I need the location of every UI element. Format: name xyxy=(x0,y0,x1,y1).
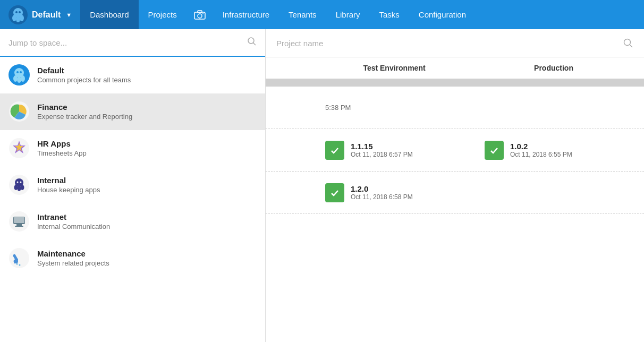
brand-name: Default xyxy=(32,10,61,20)
projects-table: Test Environment Production 5:38 PM xyxy=(266,57,644,342)
nav-projects[interactable]: Projects xyxy=(139,0,187,29)
space-item-intranet[interactable]: Intranet Internal Communication xyxy=(0,203,265,240)
top-navigation: Default ▼ Dashboard Projects Infrastruct… xyxy=(0,0,644,29)
svg-rect-9 xyxy=(198,11,202,13)
svg-point-3 xyxy=(16,16,20,22)
space-icon-finance xyxy=(9,101,30,122)
space-name-internal: Internal xyxy=(37,176,100,185)
space-desc-hr: Timesheets App xyxy=(37,149,87,157)
space-desc-internal: House keeping apps xyxy=(37,186,100,194)
main-area: Default Common projects for all teams xyxy=(0,29,644,342)
space-desc-default: Common projects for all teams xyxy=(37,76,131,84)
nav-tasks[interactable]: Tasks xyxy=(369,0,409,29)
table-row: 1.2.0 Oct 11, 2018 6:58 PM xyxy=(266,172,644,214)
test-version-cell-2: 1.2.0 Oct 11, 2018 6:58 PM xyxy=(315,183,474,202)
svg-line-44 xyxy=(630,45,632,47)
nav-library[interactable]: Library xyxy=(326,0,370,29)
nav-configuration[interactable]: Configuration xyxy=(409,0,476,29)
col-header-production: Production xyxy=(474,64,633,72)
prod-version-cell-1: 1.0.2 Oct 11, 2018 6:55 PM xyxy=(474,141,633,160)
space-item-maintenance[interactable]: Maintenance System related projects xyxy=(0,240,265,277)
space-icon-hr-apps xyxy=(9,138,30,159)
svg-point-2 xyxy=(12,15,16,21)
svg-point-18 xyxy=(16,71,19,73)
space-item-default[interactable]: Default Common projects for all teams xyxy=(0,57,265,93)
space-name-intranet: Intranet xyxy=(37,212,110,221)
space-list: Default Common projects for all teams xyxy=(0,57,265,342)
svg-point-27 xyxy=(14,185,18,190)
version-badge-prod-1 xyxy=(485,141,504,160)
octopus-logo-icon xyxy=(9,5,28,24)
svg-point-5 xyxy=(15,11,18,13)
svg-point-42 xyxy=(19,264,21,266)
version-num-prod-1: 1.0.2 xyxy=(510,142,572,151)
space-name-maintenance: Maintenance xyxy=(37,249,109,258)
space-icon-intranet xyxy=(9,211,30,232)
space-icon-maintenance xyxy=(9,247,30,269)
nav-infrastructure[interactable]: Infrastructure xyxy=(213,0,279,29)
version-num-test-2: 1.2.0 xyxy=(351,184,413,193)
svg-point-8 xyxy=(198,14,202,18)
svg-line-12 xyxy=(253,43,256,46)
space-search-box xyxy=(0,29,265,57)
svg-point-30 xyxy=(17,182,19,183)
col-header-project xyxy=(276,64,315,72)
svg-point-41 xyxy=(16,263,18,265)
project-search-icon xyxy=(623,38,633,48)
space-name-default: Default xyxy=(37,66,131,75)
svg-point-11 xyxy=(248,38,254,44)
test-version-cell-1: 1.1.15 Oct 11, 2018 6:57 PM xyxy=(315,141,474,160)
brand-dropdown-arrow: ▼ xyxy=(66,12,72,18)
svg-rect-36 xyxy=(14,217,24,223)
version-num-test-1: 1.1.15 xyxy=(351,142,413,151)
table-header: Test Environment Production xyxy=(266,57,644,80)
version-date-test-2: Oct 11, 2018 6:58 PM xyxy=(351,193,413,201)
space-name-finance: Finance xyxy=(37,102,132,112)
svg-rect-34 xyxy=(16,224,22,226)
nav-tenants[interactable]: Tenants xyxy=(279,0,326,29)
space-name-hr: HR Apps xyxy=(37,139,87,148)
version-badge-test-1 xyxy=(325,141,344,160)
project-search-input[interactable] xyxy=(276,39,623,48)
space-desc-maintenance: System related projects xyxy=(37,259,109,267)
space-desc-finance: Expense tracker and Reporting xyxy=(37,113,132,121)
nav-camera-icon[interactable] xyxy=(187,0,213,29)
nav-dashboard[interactable]: Dashboard xyxy=(80,0,138,29)
space-item-hr-apps[interactable]: HR Apps Timesheets App xyxy=(0,130,265,167)
space-dropdown-panel: Default Common projects for all teams xyxy=(0,29,266,342)
partial-time-1: 5:38 PM xyxy=(325,104,351,112)
col-header-test-env: Test Environment xyxy=(315,64,474,72)
version-date-prod-1: Oct 11, 2018 6:55 PM xyxy=(510,151,572,158)
svg-point-15 xyxy=(13,75,18,82)
svg-point-16 xyxy=(17,76,21,83)
svg-point-17 xyxy=(21,75,25,82)
space-desc-intranet: Internal Communication xyxy=(37,223,110,230)
version-date-test-1: Oct 11, 2018 6:57 PM xyxy=(351,151,413,158)
space-icon-default xyxy=(9,64,30,85)
svg-rect-35 xyxy=(15,226,23,227)
right-panel: Test Environment Production 5:38 PM xyxy=(266,29,644,342)
svg-point-43 xyxy=(624,39,631,46)
table-divider xyxy=(266,80,644,87)
svg-point-6 xyxy=(19,11,21,13)
svg-point-4 xyxy=(20,15,24,21)
table-row: 1.1.15 Oct 11, 2018 6:57 PM 1.0.2 Oct 11… xyxy=(266,129,644,172)
space-search-input[interactable] xyxy=(9,38,247,47)
table-row: 5:38 PM xyxy=(266,87,644,129)
project-search-bar xyxy=(266,29,644,57)
svg-point-10 xyxy=(202,13,204,14)
svg-point-19 xyxy=(20,71,22,73)
svg-point-28 xyxy=(18,186,21,191)
space-item-internal[interactable]: Internal House keeping apps xyxy=(0,167,265,203)
space-search-icon xyxy=(247,37,257,48)
svg-point-31 xyxy=(20,182,22,183)
svg-point-29 xyxy=(21,185,24,190)
version-badge-test-2 xyxy=(325,183,344,202)
space-item-finance[interactable]: Finance Expense tracker and Reporting xyxy=(0,93,265,130)
brand-area[interactable]: Default ▼ xyxy=(0,0,80,29)
space-icon-internal xyxy=(9,174,30,195)
